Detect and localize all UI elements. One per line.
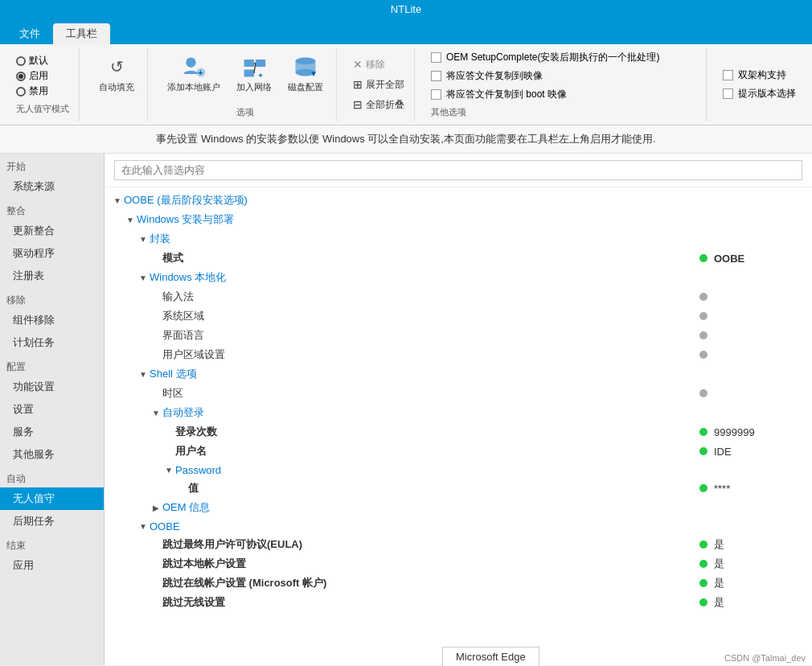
radio-enable-label: 启用 <box>29 69 48 83</box>
join-network-button[interactable]: + 加入网络 <box>230 51 278 97</box>
remove-button[interactable]: ✕ 移除 <box>350 56 408 73</box>
tree-label-login-count: 登录次数 <box>175 425 699 439</box>
tree-row-username[interactable]: 用户名IDE <box>105 442 812 461</box>
oem-setup-check[interactable]: OEM SetupComplete(安装后期执行的一个批处理) <box>431 51 696 64</box>
tree-label-oobe-root: OOBE (最后阶段安装选项) <box>124 193 812 208</box>
copy-response-boot-label: 将应答文件复制到 boot 映像 <box>446 88 567 101</box>
expand-icon: ⊞ <box>353 78 363 91</box>
filter-box <box>105 154 812 187</box>
tree-arrow: ▼ <box>137 271 150 284</box>
filter-input[interactable] <box>114 160 802 180</box>
tree-label-shell-options: Shell 选项 <box>150 367 812 381</box>
show-version-check[interactable]: 提示版本选择 <box>723 87 796 101</box>
tree-row-password-val[interactable]: 值**** <box>105 479 812 498</box>
dot-password-val <box>699 484 707 492</box>
expand-all-button[interactable]: ⊞ 展开全部 <box>350 76 408 93</box>
value-password-val: **** <box>714 483 730 495</box>
sidebar-item-component-remove[interactable]: 组件移除 <box>0 309 104 331</box>
show-version-checkbox[interactable] <box>723 88 733 99</box>
tree-row-login-count[interactable]: 登录次数9999999 <box>105 422 812 442</box>
tree-value-area-user-locale <box>699 351 812 359</box>
tree-label-skip-eula: 跳过最终用户许可协议(EULA) <box>162 537 699 552</box>
tree-row-oem-info[interactable]: ▶OEM 信息 <box>105 498 812 517</box>
tree-value-area-skip-local: 是 <box>699 557 812 571</box>
title-bar: NTLite <box>0 0 812 18</box>
collapse-all-button[interactable]: ⊟ 全部折叠 <box>350 97 408 113</box>
sidebar-item-registry[interactable]: 注册表 <box>0 265 104 287</box>
tree-label-password-val: 值 <box>188 481 699 495</box>
tree-container: ▼OOBE (最后阶段安装选项)▼Windows 安装与部署▼封装模式OOBE▼… <box>105 187 812 665</box>
tree-row-auto-login[interactable]: ▼自动登录 <box>105 403 812 422</box>
info-bar: 事先设置 Windows 的安装参数以便 Windows 可以全自动安装,本页面… <box>0 125 812 154</box>
tree-row-timezone[interactable]: 时区 <box>105 384 812 403</box>
tree-row-system-region[interactable]: 系统区域 <box>105 306 812 326</box>
tree-row-oobe-root[interactable]: ▼OOBE (最后阶段安装选项) <box>105 191 812 210</box>
tree-row-password-root[interactable]: ▼Password <box>105 461 812 479</box>
tree-label-skip-wifi: 跳过无线设置 <box>162 595 699 610</box>
tab-file[interactable]: 文件 <box>6 23 53 44</box>
sidebar-item-system-source[interactable]: 系统来源 <box>0 175 104 198</box>
section-label-remove: 移除 <box>0 287 104 309</box>
section-label-start: 开始 <box>0 154 104 175</box>
copy-response-image-check[interactable]: 将应答文件复制到映像 <box>431 69 696 83</box>
tree-row-mode[interactable]: 模式OOBE <box>105 249 812 268</box>
tree-row-oobe-section[interactable]: ▼OOBE <box>105 517 812 535</box>
remove-icon: ✕ <box>353 58 363 71</box>
sidebar-item-settings[interactable]: 设置 <box>0 398 104 421</box>
show-version-label: 提示版本选择 <box>738 87 796 101</box>
dot-input-method <box>699 293 707 301</box>
radio-enable[interactable]: 启用 <box>16 69 69 83</box>
radio-group: 默认 启用 禁用 <box>16 54 69 98</box>
tree-row-seal[interactable]: ▼封装 <box>105 229 812 249</box>
dual-arch-check[interactable]: 双架构支持 <box>723 68 796 82</box>
options-label: 选项 <box>236 106 254 118</box>
auto-fill-label: 自动填充 <box>99 81 134 93</box>
radio-disable[interactable]: 禁用 <box>16 84 69 98</box>
tree-row-ui-lang[interactable]: 界面语言 <box>105 326 812 345</box>
value-skip-wifi: 是 <box>714 595 724 610</box>
oem-setup-checkbox[interactable] <box>431 52 441 63</box>
bottom-tooltip: Microsoft Edge <box>442 647 539 666</box>
tab-toolbar[interactable]: 工具栏 <box>53 23 110 44</box>
tree-row-skip-wifi[interactable]: 跳过无线设置是 <box>105 593 812 612</box>
tree-row-input-method[interactable]: 输入法 <box>105 287 812 306</box>
tree-row-skip-eula[interactable]: 跳过最终用户许可协议(EULA)是 <box>105 535 812 554</box>
tree-row-shell-options[interactable]: ▼Shell 选项 <box>105 364 812 384</box>
tree-row-win-setup[interactable]: ▼Windows 安装与部署 <box>105 210 812 229</box>
tree-arrow: ▼ <box>124 213 137 226</box>
tree-label-user-locale: 用户区域设置 <box>162 347 699 362</box>
copy-response-boot-checkbox[interactable] <box>431 89 441 100</box>
radio-default-label: 默认 <box>29 54 48 68</box>
tree-label-win-locale: Windows 本地化 <box>150 270 812 285</box>
tree-row-skip-online[interactable]: 跳过在线帐户设置 (Microsoft 帐户)是 <box>105 574 812 593</box>
unattended-mode-label: 无人值守模式 <box>16 103 69 115</box>
value-skip-local: 是 <box>714 557 724 571</box>
auto-fill-button[interactable]: ↺ 自动填充 <box>92 51 141 97</box>
dot-username <box>699 447 707 455</box>
sidebar-item-feature-settings[interactable]: 功能设置 <box>0 376 104 398</box>
tree-row-user-locale[interactable]: 用户区域设置 <box>105 345 812 364</box>
sidebar-item-unattended[interactable]: 无人值守 <box>0 487 104 510</box>
tree-row-skip-local[interactable]: 跳过本地帐户设置是 <box>105 554 812 574</box>
disk-config-label: 磁盘配置 <box>288 81 323 93</box>
copy-response-image-checkbox[interactable] <box>431 71 441 81</box>
sidebar-item-driver[interactable]: 驱动程序 <box>0 242 104 265</box>
sidebar-item-post-task[interactable]: 后期任务 <box>0 510 104 532</box>
sidebar-item-scheduled-tasks[interactable]: 计划任务 <box>0 331 104 354</box>
add-local-button[interactable]: + 添加本地账户 <box>161 51 227 97</box>
disk-config-button[interactable]: ▼ 磁盘配置 <box>281 51 330 97</box>
sidebar-item-apply[interactable]: 应用 <box>0 554 104 577</box>
dot-user-locale <box>699 351 707 359</box>
copy-response-boot-check[interactable]: 将应答文件复制到 boot 映像 <box>431 88 696 101</box>
sidebar-item-services[interactable]: 服务 <box>0 421 104 443</box>
sidebar-item-other-services[interactable]: 其他服务 <box>0 443 104 466</box>
section-label-config: 配置 <box>0 354 104 376</box>
tree-value-area-login-count: 9999999 <box>699 426 812 438</box>
radio-default[interactable]: 默认 <box>16 54 69 68</box>
dual-arch-checkbox[interactable] <box>723 70 733 80</box>
sidebar-item-update[interactable]: 更新整合 <box>0 220 104 242</box>
section-label-auto: 自动 <box>0 466 104 487</box>
tree-row-win-locale[interactable]: ▼Windows 本地化 <box>105 268 812 287</box>
svg-text:+: + <box>258 71 263 80</box>
tree-label-skip-online: 跳过在线帐户设置 (Microsoft 帐户) <box>162 576 699 590</box>
